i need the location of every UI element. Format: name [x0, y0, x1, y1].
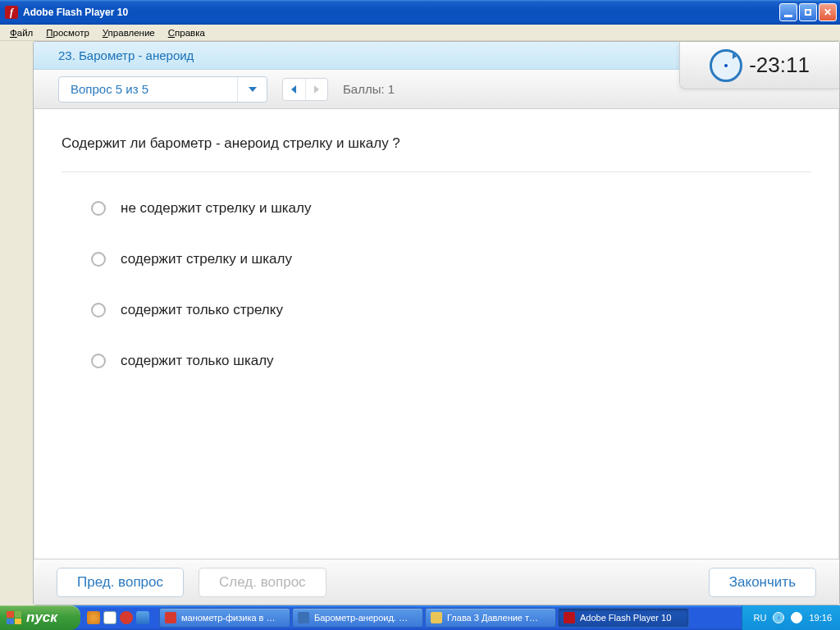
- taskbar-item[interactable]: Барометр-анероид. …: [292, 608, 423, 628]
- system-tray: RU ‹ 19:16: [742, 605, 840, 630]
- menu-bar: Файл Просмотр Управление Справка: [0, 25, 840, 41]
- quiz-title: 23. Барометр - анероид: [58, 48, 194, 62]
- taskbar: пуск манометр-физика в … Барометр-анерои…: [0, 605, 840, 630]
- prev-question-button[interactable]: Пред. вопрос: [57, 568, 184, 597]
- window-title: Adobe Flash Player 10: [23, 7, 128, 18]
- tray-back-icon[interactable]: ‹: [773, 612, 784, 623]
- prev-question-arrow[interactable]: [283, 79, 305, 100]
- divider: [62, 171, 811, 172]
- task-label: Глава 3 Давление т…: [447, 613, 538, 623]
- quiz-footer: Пред. вопрос След. вопрос Закончить: [34, 559, 839, 605]
- task-icon: [298, 612, 309, 623]
- task-icon: [165, 612, 176, 623]
- dropdown-arrow-icon: [237, 77, 267, 102]
- next-question-arrow[interactable]: [305, 79, 328, 100]
- window-minimize-button[interactable]: [779, 3, 797, 21]
- timer-value: -23:11: [749, 52, 810, 78]
- menu-help[interactable]: Справка: [162, 26, 212, 39]
- answer-text: не содержит стрелку и шкалу: [121, 200, 312, 217]
- radio-icon: [91, 303, 106, 317]
- points-label: Баллы: 1: [343, 82, 395, 96]
- language-indicator[interactable]: RU: [754, 613, 767, 623]
- answer-text: содержит только стрелку: [121, 302, 283, 318]
- ql-opera-icon[interactable]: [120, 611, 133, 624]
- window-close-button[interactable]: ✕: [819, 3, 837, 21]
- task-label: манометр-физика в …: [181, 613, 276, 623]
- window-maximize-button[interactable]: [799, 3, 817, 21]
- question-selector-label: Вопрос 5 из 5: [71, 82, 148, 96]
- question-nav: [282, 78, 328, 101]
- quiz-body: Содержит ли барометр - анероид стрелку и…: [34, 109, 839, 369]
- answer-text: содержит только шкалу: [121, 353, 274, 369]
- answer-option-1[interactable]: не содержит стрелку и шкалу: [91, 200, 811, 217]
- timer: -23:11: [679, 42, 839, 89]
- answer-option-4[interactable]: содержит только шкалу: [91, 353, 811, 369]
- ql-app-icon[interactable]: [103, 611, 116, 624]
- answer-option-2[interactable]: содержит стрелку и шкалу: [91, 251, 811, 267]
- taskbar-items: манометр-физика в … Барометр-анероид. … …: [156, 605, 742, 630]
- windows-logo-icon: [7, 611, 21, 624]
- radio-icon: [91, 201, 106, 216]
- tray-status-icon[interactable]: [791, 612, 802, 623]
- taskbar-item-active[interactable]: Adobe Flash Player 10: [558, 608, 689, 628]
- ql-ie-icon[interactable]: [136, 611, 149, 624]
- tray-clock[interactable]: 19:16: [809, 613, 832, 623]
- taskbar-item[interactable]: манометр-физика в …: [159, 608, 290, 628]
- task-label: Adobe Flash Player 10: [580, 613, 671, 623]
- window-titlebar: f Adobe Flash Player 10 ✕: [0, 0, 840, 25]
- flash-app-icon: f: [5, 6, 18, 19]
- start-label: пуск: [26, 609, 57, 626]
- task-icon: [431, 612, 442, 623]
- menu-view[interactable]: Просмотр: [39, 26, 96, 39]
- next-question-button: След. вопрос: [199, 568, 326, 597]
- task-label: Барометр-анероид. …: [314, 613, 408, 623]
- question-selector-dropdown[interactable]: Вопрос 5 из 5: [58, 76, 267, 103]
- taskbar-item[interactable]: Глава 3 Давление т…: [425, 608, 556, 628]
- radio-icon: [91, 354, 106, 368]
- start-button[interactable]: пуск: [0, 605, 80, 630]
- radio-icon: [91, 252, 106, 267]
- quiz-panel: 23. Барометр - анероид Вопрос 5 из 5 Бал…: [33, 41, 840, 605]
- finish-button[interactable]: Закончить: [709, 568, 816, 597]
- answer-list: не содержит стрелку и шкалу содержит стр…: [62, 200, 811, 369]
- timer-clock-icon: [710, 49, 742, 82]
- answer-text: содержит стрелку и шкалу: [121, 251, 292, 267]
- task-icon: [564, 612, 575, 623]
- menu-control[interactable]: Управление: [96, 26, 162, 39]
- quick-launch: [80, 605, 156, 630]
- answer-option-3[interactable]: содержит только стрелку: [91, 302, 811, 318]
- menu-file[interactable]: Файл: [3, 26, 39, 39]
- question-text: Содержит ли барометр - анероид стрелку и…: [62, 135, 811, 152]
- ql-chrome-icon[interactable]: [87, 611, 100, 624]
